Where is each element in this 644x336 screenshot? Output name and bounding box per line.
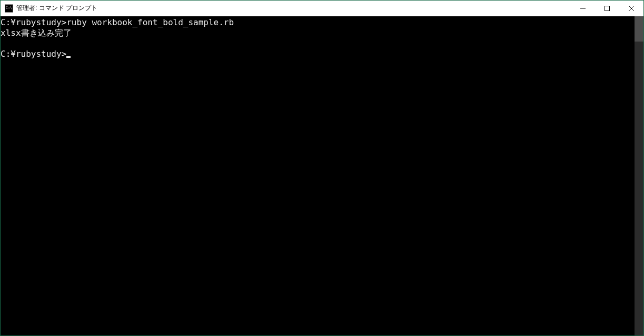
console-output[interactable]: C:¥rubystudy>ruby workbook_font_bold_sam… (1, 16, 635, 335)
svg-rect-1 (605, 6, 610, 11)
close-button[interactable] (619, 1, 643, 16)
prompt-text: C:¥rubystudy> (1, 49, 66, 59)
maximize-button[interactable] (595, 1, 619, 16)
command-text: ruby workbook_font_bold_sample.rb (66, 17, 234, 27)
output-text: xlsx書き込み完了 (1, 28, 635, 38)
console-line: C:¥rubystudy>ruby workbook_font_bold_sam… (1, 17, 635, 28)
close-icon (629, 6, 634, 11)
app-icon: C:\ (5, 4, 13, 13)
scrollbar-thumb[interactable] (635, 16, 643, 42)
window-controls (571, 1, 643, 16)
console-line (1, 38, 635, 49)
console-area: C:¥rubystudy>ruby workbook_font_bold_sam… (1, 16, 643, 335)
maximize-icon (605, 6, 610, 11)
command-prompt-window: C:\ 管理者: コマンド プロンプト C:¥rubystudy>ruby wo… (0, 0, 644, 336)
cursor (66, 56, 71, 58)
titlebar[interactable]: C:\ 管理者: コマンド プロンプト (1, 1, 643, 16)
console-line: C:¥rubystudy> (1, 49, 635, 59)
prompt-text: C:¥rubystudy> (1, 17, 66, 27)
minimize-button[interactable] (571, 1, 595, 16)
app-icon-label: C:\ (6, 6, 13, 10)
vertical-scrollbar[interactable] (635, 16, 643, 335)
window-title: 管理者: コマンド プロンプト (16, 4, 97, 13)
minimize-icon (580, 6, 586, 11)
